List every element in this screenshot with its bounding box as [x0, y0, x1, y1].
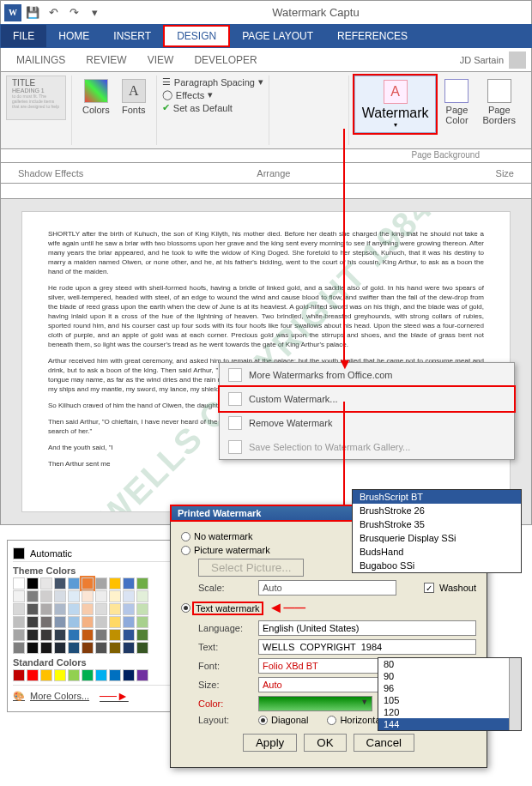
color-swatch[interactable]: [82, 603, 94, 615]
color-swatch[interactable]: [136, 603, 148, 615]
color-swatch[interactable]: [40, 629, 52, 641]
page-borders-button[interactable]: PageBorders: [477, 76, 521, 129]
font-list-popup[interactable]: BrushScript BT BrushStroke 26 BrushStrok…: [352, 489, 522, 573]
color-swatch[interactable]: [109, 669, 121, 681]
apply-button[interactable]: Apply: [243, 734, 297, 752]
color-swatch[interactable]: [109, 629, 121, 641]
color-swatch[interactable]: [136, 590, 148, 602]
tab-file[interactable]: FILE: [1, 25, 46, 47]
color-swatch[interactable]: [82, 642, 94, 654]
color-swatch[interactable]: [109, 577, 121, 590]
color-swatch[interactable]: [136, 577, 148, 590]
tab-page-layout[interactable]: PAGE LAYOUT: [230, 25, 325, 47]
color-swatch[interactable]: [27, 603, 39, 615]
color-swatch[interactable]: [40, 603, 52, 615]
color-swatch[interactable]: [27, 669, 39, 681]
color-swatch[interactable]: [123, 629, 135, 641]
color-swatch[interactable]: [95, 669, 107, 681]
color-swatch[interactable]: [136, 642, 148, 654]
color-swatch[interactable]: [82, 590, 94, 602]
font-option[interactable]: BrushScript BT: [353, 490, 521, 504]
color-swatch[interactable]: [40, 590, 52, 602]
radio-diagonal[interactable]: Diagonal: [258, 715, 308, 725]
tab-home[interactable]: HOME: [46, 25, 101, 47]
menu-remove-watermark[interactable]: Remove Watermark: [220, 411, 514, 435]
color-swatch[interactable]: [95, 577, 107, 590]
color-swatch[interactable]: [54, 590, 66, 602]
colors-button[interactable]: Colors: [77, 76, 115, 118]
tab-view[interactable]: VIEW: [137, 54, 184, 66]
color-swatch[interactable]: [40, 669, 52, 681]
color-swatch[interactable]: [82, 669, 94, 681]
color-swatch[interactable]: [13, 642, 25, 654]
scrollbar[interactable]: [509, 658, 521, 730]
paragraph-spacing-button[interactable]: ☰ Paragraph Spacing ▾: [162, 76, 263, 88]
menu-custom-watermark[interactable]: Custom Watermark...: [220, 387, 514, 411]
qat-dropdown-icon[interactable]: ▾: [85, 3, 104, 22]
color-swatch[interactable]: [40, 577, 52, 590]
color-swatch[interactable]: [68, 603, 80, 615]
color-swatch[interactable]: [54, 577, 66, 590]
color-swatch[interactable]: [27, 577, 39, 590]
color-swatch[interactable]: [68, 642, 80, 654]
radio-text-watermark[interactable]: Text watermark◄──: [181, 599, 476, 617]
color-swatch[interactable]: [40, 616, 52, 628]
font-option[interactable]: Brusquerie Display SSi: [353, 531, 521, 545]
size-option[interactable]: 120: [378, 706, 521, 718]
undo-icon[interactable]: ↶: [44, 3, 63, 22]
tab-design[interactable]: DESIGN: [163, 25, 230, 47]
color-swatch[interactable]: [95, 590, 107, 602]
color-swatch[interactable]: [109, 642, 121, 654]
effects-button[interactable]: ◯ Effects ▾: [162, 88, 263, 101]
color-swatch[interactable]: [95, 616, 107, 628]
color-swatch[interactable]: [68, 616, 80, 628]
language-input[interactable]: [258, 620, 476, 636]
color-swatch[interactable]: [13, 577, 25, 590]
size-option[interactable]: 90: [378, 670, 521, 682]
color-swatch[interactable]: [109, 590, 121, 602]
color-swatch[interactable]: [54, 642, 66, 654]
color-swatch[interactable]: [136, 669, 148, 681]
color-swatch[interactable]: [68, 590, 80, 602]
tab-mailings[interactable]: MAILINGS: [6, 54, 76, 66]
color-swatch[interactable]: [54, 616, 66, 628]
color-swatch[interactable]: [27, 642, 39, 654]
color-swatch[interactable]: [95, 603, 107, 615]
color-swatch[interactable]: [82, 577, 94, 590]
menu-more-watermarks[interactable]: More Watermarks from Office.com: [220, 363, 514, 387]
tab-references[interactable]: REFERENCES: [325, 25, 420, 47]
size-option[interactable]: 96: [378, 682, 521, 694]
color-swatch[interactable]: [54, 603, 66, 615]
color-swatch[interactable]: [136, 629, 148, 641]
color-swatch[interactable]: [123, 616, 135, 628]
color-swatch[interactable]: [68, 577, 80, 590]
color-swatch[interactable]: [13, 590, 25, 602]
color-picker-button[interactable]: [258, 696, 372, 711]
more-colors[interactable]: 🎨More Colors...──►: [13, 685, 172, 706]
redo-icon[interactable]: ↷: [64, 3, 83, 22]
color-swatch[interactable]: [123, 577, 135, 590]
color-swatch[interactable]: [13, 669, 25, 681]
page-color-button[interactable]: PageColor: [439, 76, 474, 129]
color-swatch[interactable]: [109, 616, 121, 628]
watermark-button[interactable]: A Watermark ▾: [354, 76, 437, 133]
color-swatch[interactable]: [68, 629, 80, 641]
color-swatch[interactable]: [54, 629, 66, 641]
size-option[interactable]: 80: [378, 658, 521, 670]
tab-insert[interactable]: INSERT: [101, 25, 163, 47]
color-swatch[interactable]: [123, 642, 135, 654]
ruler[interactable]: [0, 184, 532, 199]
ok-button[interactable]: OK: [304, 734, 346, 752]
fonts-button[interactable]: AFonts: [117, 76, 151, 118]
color-swatch[interactable]: [27, 616, 39, 628]
color-swatch[interactable]: [82, 629, 94, 641]
color-swatch[interactable]: [27, 590, 39, 602]
radio-horizontal[interactable]: Horizontal: [327, 715, 383, 725]
color-swatch[interactable]: [123, 590, 135, 602]
text-input[interactable]: [258, 639, 476, 655]
font-option[interactable]: BudsHand: [353, 545, 521, 559]
cancel-button[interactable]: Cancel: [354, 734, 415, 752]
automatic-color[interactable]: Automatic: [13, 546, 172, 562]
size-option[interactable]: 105: [378, 694, 521, 706]
font-option[interactable]: BrushStroke 26: [353, 504, 521, 517]
